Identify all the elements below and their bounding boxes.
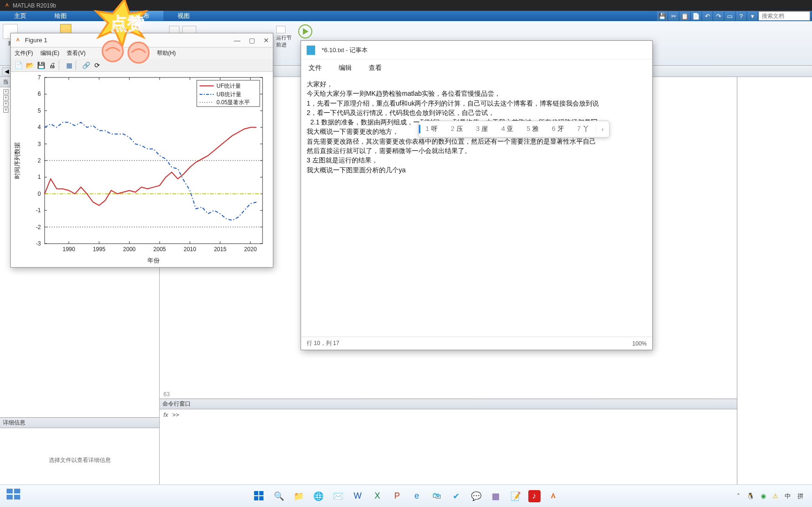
menu-edit[interactable]: 编辑(E) — [40, 49, 59, 57]
close-icon[interactable]: ✕ — [263, 37, 269, 44]
svg-text:2: 2 — [38, 157, 41, 164]
excel-icon[interactable]: X — [371, 489, 385, 503]
svg-text:1990: 1990 — [62, 246, 75, 253]
menu-view[interactable]: 查看(V) — [67, 49, 85, 57]
svg-text:2015: 2015 — [214, 246, 226, 253]
store-icon[interactable]: 🛍 — [430, 489, 444, 503]
ime-lang[interactable]: 中 — [785, 492, 791, 500]
undo-icon[interactable]: ↶ — [702, 11, 712, 21]
cut-icon[interactable]: ✂ — [668, 11, 679, 21]
chevron-up-icon[interactable]: ˄ — [737, 492, 740, 499]
ie-icon[interactable]: e — [410, 489, 424, 503]
np-zoom: 100% — [632, 340, 647, 347]
tab-apps[interactable] — [81, 11, 123, 21]
tab-view[interactable]: 视图 — [163, 11, 204, 21]
ime-prev-icon[interactable]: ‹ — [596, 125, 609, 133]
task-view-icon[interactable] — [7, 489, 25, 504]
svg-text:-3: -3 — [36, 240, 41, 247]
notepad-task-icon[interactable]: 📝 — [509, 489, 523, 503]
cmd-prompt[interactable]: fx >> — [160, 409, 737, 420]
np-menu-file[interactable]: 文件 — [309, 64, 322, 72]
rotate-icon[interactable]: ⟳ — [93, 61, 102, 70]
svg-rect-75 — [14, 495, 20, 499]
minimize-icon[interactable]: — — [234, 37, 240, 44]
qq-tray-icon[interactable]: 🐧 — [747, 492, 754, 499]
maximize-icon[interactable]: ▢ — [249, 37, 255, 44]
app-icon[interactable]: ▦ — [489, 489, 503, 503]
svg-text:7: 7 — [38, 74, 41, 81]
paste-icon[interactable]: 📄 — [691, 11, 701, 21]
menu-help[interactable]: 帮助(H) — [157, 49, 176, 57]
taskbar: 🔍 📁 🌐 ✉️ W X P e 🛍 ✔ 💬 ▦ 📝 ♪ ˄ 🐧 ◉ ⚠ 中 拼 — [0, 484, 812, 507]
ime-candidate[interactable]: 6牙 — [545, 125, 571, 133]
svg-rect-79 — [259, 496, 263, 500]
netease-icon[interactable]: ♪ — [528, 490, 541, 502]
open-icon[interactable]: 📂 — [25, 61, 34, 70]
figure-menu: 文件(F) 编辑(E) 查看(V) 窗口(W) 帮助(H) — [11, 47, 273, 59]
warning-tray-icon[interactable]: ⚠ — [773, 492, 778, 499]
svg-text:3: 3 — [38, 141, 41, 147]
notepad-content[interactable]: 大家好， 今天给大家分享一则MK趋势检验matlab实验，各位看官慢慢品尝， 1… — [301, 77, 652, 337]
figure-title-text: Figure 1 — [25, 37, 47, 44]
menu-window[interactable]: 窗口(W) — [129, 49, 149, 57]
svg-text:1: 1 — [38, 174, 41, 180]
svg-text:1995: 1995 — [93, 246, 106, 253]
ime-candidate[interactable]: 4亚 — [495, 125, 520, 133]
svg-text:4: 4 — [38, 124, 41, 131]
more-icon[interactable]: ▾ — [747, 11, 758, 21]
ime-mode[interactable]: 拼 — [797, 492, 804, 500]
redo-icon[interactable]: ↷ — [713, 11, 724, 21]
ime-candidate-bar[interactable]: 1呀2压3崖4亚5雅6牙7丫‹ — [418, 121, 610, 138]
link-icon[interactable]: 🔗 — [81, 61, 91, 70]
mail-icon[interactable]: ✉️ — [331, 489, 345, 503]
figure-window: Figure 1 — ▢ ✕ 文件(F) 编辑(E) 查看(V) 窗口(W) 帮… — [10, 33, 273, 268]
svg-rect-77 — [259, 491, 263, 495]
ime-candidate[interactable]: 2压 — [444, 125, 470, 133]
search-icon[interactable]: 🔍 — [272, 489, 286, 503]
svg-rect-73 — [14, 489, 20, 493]
back-icon[interactable]: ◀ — [2, 67, 11, 76]
datacursor-icon[interactable]: ▦ — [64, 61, 74, 70]
copy-icon[interactable]: 📋 — [680, 11, 690, 21]
start-icon[interactable] — [252, 489, 266, 503]
ime-candidate[interactable]: 5雅 — [520, 125, 545, 133]
save-fig-icon[interactable]: 💾 — [36, 61, 46, 70]
ime-candidate[interactable]: 1呀 — [419, 125, 444, 133]
layout-icon[interactable]: ▭ — [725, 11, 735, 21]
wechat-icon[interactable]: 💬 — [469, 489, 483, 503]
tab-publish[interactable]: 发布 — [123, 11, 163, 21]
details-placeholder: 选择文件以查看详细信息 — [0, 428, 159, 492]
ppt-icon[interactable]: P — [390, 489, 404, 503]
chrome-icon[interactable]: 🌐 — [311, 489, 325, 503]
tab-home[interactable]: 主页 — [0, 11, 40, 21]
svg-rect-78 — [254, 496, 258, 500]
word-icon[interactable]: W — [351, 489, 365, 503]
print-icon[interactable]: 🖨 — [47, 61, 57, 70]
matlab-task-icon[interactable] — [546, 489, 560, 503]
new-fig-icon[interactable]: 📄 — [14, 61, 23, 70]
notepad-title-text: *6.10.txt - 记事本 — [322, 46, 368, 54]
search-doc-input[interactable] — [758, 11, 810, 21]
svg-text:UF统计量: UF统计量 — [217, 83, 241, 89]
help-icon[interactable]: ? — [736, 11, 746, 21]
ime-candidate[interactable]: 3崖 — [470, 125, 495, 133]
matlab-ribbon: 主页 绘图 发布 视图 💾 ✂ 📋 📄 ↶ ↷ ▭ ? ▾ — [0, 11, 812, 21]
np-menu-view[interactable]: 查看 — [369, 64, 382, 72]
svg-text:5: 5 — [38, 108, 41, 114]
explorer-icon[interactable]: 📁 — [292, 489, 306, 503]
ts-runsection[interactable]: 运行节 前进 — [276, 26, 292, 48]
save-icon[interactable]: 💾 — [657, 11, 667, 21]
svg-text:-1: -1 — [36, 207, 41, 214]
svg-text:2020: 2020 — [244, 246, 257, 253]
ts-run-advance[interactable] — [298, 24, 315, 43]
svg-rect-74 — [7, 495, 13, 499]
menu-file[interactable]: 文件(F) — [15, 49, 33, 57]
ime-candidate[interactable]: 7丫 — [571, 125, 596, 133]
tab-plots[interactable]: 绘图 — [40, 11, 81, 21]
antivirus-tray-icon[interactable]: ◉ — [761, 492, 766, 499]
system-tray: ˄ 🐧 ◉ ⚠ 中 拼 — [737, 492, 812, 500]
svg-text:-2: -2 — [36, 224, 41, 230]
todo-icon[interactable]: ✔ — [449, 489, 464, 503]
svg-text:2000: 2000 — [123, 246, 136, 253]
np-menu-edit[interactable]: 编辑 — [339, 64, 352, 72]
